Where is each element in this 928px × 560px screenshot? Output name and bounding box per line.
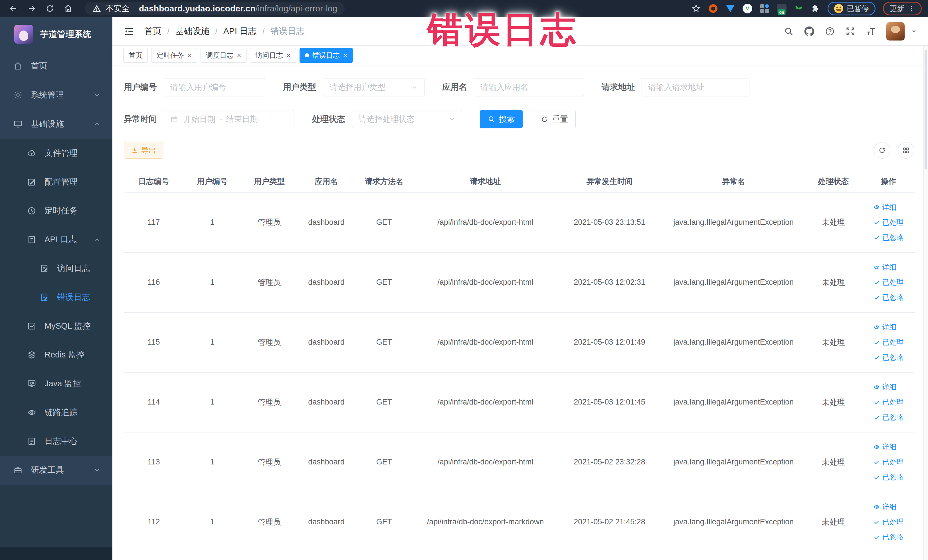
user-id-input[interactable]: 请输入用户编号 [164,78,265,96]
view-tab[interactable]: 错误日志× [299,48,353,63]
column-header: 应用名 [298,170,355,192]
table-cell: dashboard [298,432,355,492]
detail-link[interactable]: 详细 [873,382,897,392]
ignored-link[interactable]: 已忽略 [873,412,904,422]
table-cell: GET [355,192,414,252]
scrollbar-thumb[interactable] [925,50,927,169]
refresh-table-button[interactable] [874,142,890,159]
breadcrumb-item[interactable]: 首页 [144,25,162,37]
sidebar-item-log-center[interactable]: 日志中心 [0,427,112,456]
sidebar-item-java-monitor[interactable]: Java 监控 [0,369,112,398]
table-cell: 未处理 [806,492,861,552]
sidebar-item-dev-tools[interactable]: 研发工具 [0,456,112,485]
view-tab[interactable]: 首页 [123,48,148,63]
breadcrumb-item[interactable]: 基础设施 [175,25,209,37]
address-bar[interactable]: 不安全 dashboard.yudao.iocoder.cn/infra/log… [85,2,345,15]
detail-link[interactable]: 详细 [873,442,897,452]
table-cell: 2021-05-03 12:01:45 [557,372,662,432]
sidebar-item-infrastructure[interactable]: 基础设施 [0,110,112,139]
fullscreen-icon[interactable] [845,26,856,37]
mysql-monitor-icon [27,321,37,331]
extension-orange-icon[interactable] [708,4,718,14]
extensions-puzzle-icon[interactable] [811,4,820,13]
browser-menu-kebab-icon[interactable] [908,5,915,12]
access-log-icon [40,264,49,273]
bookmark-star-icon[interactable] [691,4,701,14]
sidebar-item-label: 研发工具 [31,464,64,476]
browser-toolbar-right: V on 已暂停 更新 [691,2,922,15]
sidebar-item-home[interactable]: 首页 [0,51,112,81]
ignored-link[interactable]: 已忽略 [873,293,904,302]
tab-close-icon[interactable]: × [237,52,241,59]
ignored-link[interactable]: 已忽略 [873,352,904,362]
forward-icon[interactable] [27,4,37,14]
help-icon[interactable] [825,26,835,37]
url-text[interactable]: dashboard.yudao.iocoder.cn/infra/log/api… [139,4,337,14]
sidebar-item-api-log[interactable]: API 日志 [0,225,112,254]
view-tab[interactable]: 定时任务× [151,48,197,63]
extension-sprout-icon[interactable] [794,4,804,14]
detail-link[interactable]: 详细 [873,322,897,332]
extension-v-icon[interactable]: V [743,4,752,14]
table-cell: 114 [124,372,184,432]
tab-close-icon[interactable]: × [286,52,290,59]
column-header: 异常发生时间 [557,170,662,192]
processed-link[interactable]: 已处理 [873,397,904,407]
detail-link[interactable]: 详细 [873,502,897,511]
table-cell: 113 [124,432,184,492]
sidebar-item-trace[interactable]: 链路追踪 [0,398,112,427]
table-cell: dashboard [298,192,355,252]
request-url-input[interactable]: 请输入请求地址 [642,78,749,96]
column-settings-button[interactable] [898,142,914,159]
home-chrome-icon[interactable] [63,4,73,14]
sidebar-collapse-icon[interactable] [123,26,135,37]
breadcrumb-item[interactable]: API 日志 [223,25,257,37]
processed-link[interactable]: 已处理 [873,337,904,347]
check-icon [873,354,880,361]
processed-link[interactable]: 已处理 [873,218,904,227]
paused-badge[interactable]: 已暂停 [827,2,876,15]
view-tab[interactable]: 访问日志× [250,48,296,63]
sidebar-item-mysql-monitor[interactable]: MySQL 监控 [0,311,112,340]
exception-time-range-picker[interactable]: 开始日期 - 结束日期 [164,110,295,128]
github-icon[interactable] [804,26,815,37]
user-type-select[interactable]: 请选择用户类型 [323,78,424,96]
sidebar-item-error-log[interactable]: 错误日志 [0,283,112,311]
extension-on-icon[interactable]: on [777,4,786,14]
avatar[interactable] [886,22,905,41]
back-icon[interactable] [9,4,18,14]
page-scrollbar[interactable] [923,46,928,560]
search-icon[interactable] [784,26,794,37]
reload-icon[interactable] [45,4,55,14]
sidebar-item-access-log[interactable]: 访问日志 [0,254,112,283]
export-button[interactable]: 导出 [124,142,163,159]
processed-link[interactable]: 已处理 [873,457,904,467]
sidebar-item-redis-monitor[interactable]: Redis 监控 [0,340,112,369]
processed-link[interactable]: 已处理 [873,517,904,526]
app-name-input[interactable]: 请输入应用名 [474,78,584,96]
detail-link[interactable]: 详细 [873,262,897,272]
ignored-link[interactable]: 已忽略 [873,233,904,242]
ignored-link[interactable]: 已忽略 [873,533,904,542]
process-status-select[interactable]: 请选择处理状态 [352,110,462,128]
sidebar-item-system-management[interactable]: 系统管理 [0,81,112,110]
extension-shield-icon[interactable] [725,4,735,14]
search-button[interactable]: 搜索 [480,110,523,128]
extension-grid-icon[interactable] [760,4,769,14]
sidebar-item-file-management[interactable]: 文件管理 [0,139,112,168]
sidebar-item-config-management[interactable]: 配置管理 [0,168,112,196]
reset-button[interactable]: 重置 [533,110,576,128]
logo-row[interactable]: 芋道管理系统 [0,17,112,51]
update-badge[interactable]: 更新 [883,2,922,15]
security-label[interactable]: 不安全 [105,3,130,14]
tab-close-icon[interactable]: × [188,52,192,59]
chevron-up-icon [93,236,101,243]
avatar-caret-icon[interactable] [911,28,917,35]
text-size-icon[interactable] [866,26,876,37]
view-tab[interactable]: 调度日志× [200,48,246,63]
tab-close-icon[interactable]: × [343,52,348,59]
detail-link[interactable]: 详细 [873,203,897,212]
ignored-link[interactable]: 已忽略 [873,472,904,482]
processed-link[interactable]: 已处理 [873,278,904,287]
sidebar-item-scheduled-task[interactable]: 定时任务 [0,196,112,225]
